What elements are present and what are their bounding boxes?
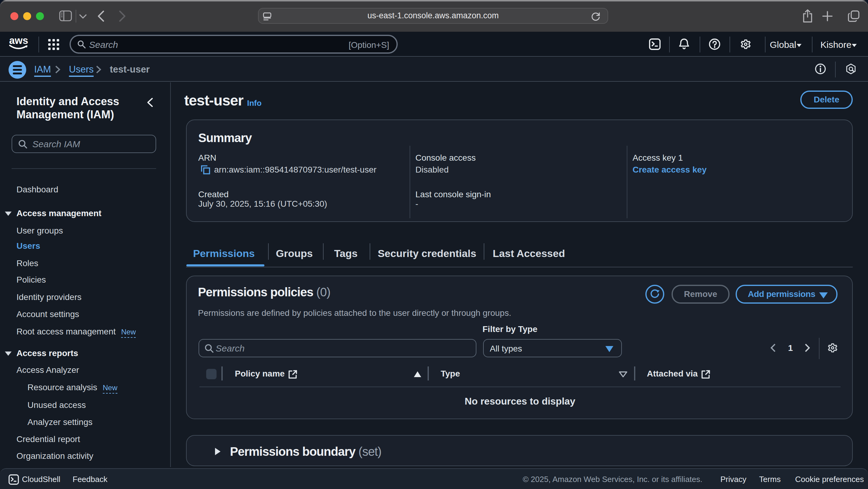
- svg-text:aws: aws: [9, 35, 28, 46]
